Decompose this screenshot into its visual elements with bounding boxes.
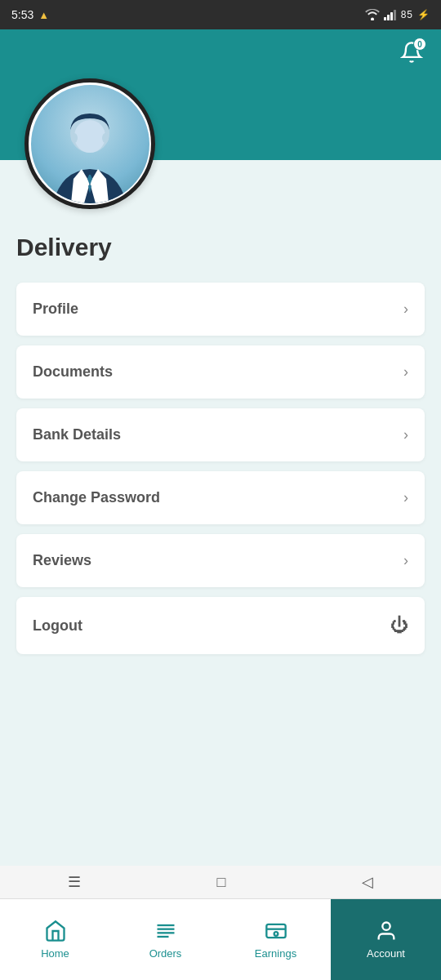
nav-home[interactable]: Home [0, 899, 110, 980]
change-password-label: Change Password [33, 489, 160, 506]
svg-point-7 [102, 133, 109, 143]
svg-rect-1 [387, 15, 390, 20]
nav-earnings[interactable]: Earnings [220, 899, 331, 980]
header-band: 0 [0, 29, 441, 160]
earnings-nav-label: Earnings [255, 947, 296, 960]
profile-chevron-icon: › [403, 301, 408, 318]
status-left: 5:53 ▲ [11, 8, 49, 21]
avatar [24, 78, 155, 209]
svg-point-5 [74, 120, 105, 153]
time: 5:53 [11, 8, 33, 21]
status-bar: 5:53 ▲ 85 ⚡ [0, 0, 441, 29]
reviews-label: Reviews [33, 552, 91, 569]
avatar-image [37, 97, 143, 203]
documents-label: Documents [33, 363, 113, 381]
svg-point-14 [382, 923, 390, 930]
profile-label: Profile [33, 301, 78, 318]
menu-item-logout[interactable]: Logout ⏻ [16, 597, 425, 654]
svg-point-13 [274, 932, 278, 936]
menu-item-documents[interactable]: Documents › [16, 345, 425, 399]
home-button[interactable]: □ [217, 874, 226, 891]
status-right: 85 ⚡ [365, 9, 430, 20]
earnings-nav-icon [265, 920, 287, 942]
signal-icon [384, 9, 397, 20]
home-nav-label: Home [41, 947, 69, 960]
bank-details-chevron-icon: › [403, 426, 408, 443]
notification-button[interactable]: 0 [397, 38, 426, 67]
menu-item-bank-details[interactable]: Bank Details › [16, 408, 425, 461]
bank-details-label: Bank Details [33, 426, 121, 443]
hamburger-button[interactable]: ☰ [68, 873, 81, 891]
system-nav: ☰ □ ◁ [0, 866, 441, 898]
account-nav-icon [375, 920, 398, 942]
svg-point-6 [71, 133, 78, 143]
back-button[interactable]: ◁ [362, 873, 373, 891]
menu-item-profile[interactable]: Profile › [16, 283, 425, 336]
reviews-chevron-icon: › [403, 552, 408, 569]
content-area: Delivery Profile › Documents › Bank Deta… [0, 160, 441, 768]
menu-item-reviews[interactable]: Reviews › [16, 534, 425, 587]
logout-label: Logout [33, 617, 82, 635]
power-icon: ⏻ [390, 615, 408, 636]
nav-orders[interactable]: Orders [110, 899, 220, 980]
notification-badge: 0 [413, 38, 426, 51]
menu-item-change-password[interactable]: Change Password › [16, 471, 425, 524]
svg-rect-3 [394, 10, 396, 20]
home-nav-icon [44, 920, 67, 942]
change-password-chevron-icon: › [403, 489, 408, 506]
wifi-icon [365, 9, 380, 20]
user-role-title: Delivery [16, 234, 425, 261]
orders-nav-icon [154, 920, 177, 942]
warning-icon: ▲ [38, 9, 49, 21]
svg-rect-2 [390, 12, 393, 20]
orders-nav-label: Orders [149, 947, 182, 960]
nav-account[interactable]: Account [331, 899, 441, 980]
documents-chevron-icon: › [403, 363, 408, 381]
account-nav-label: Account [367, 947, 405, 960]
bottom-nav: Home Orders Earnings Account [0, 898, 441, 980]
svg-rect-0 [384, 17, 386, 20]
menu-list: Profile › Documents › Bank Details › Cha… [16, 283, 425, 654]
charging-icon: ⚡ [417, 9, 430, 20]
battery-icon: 85 [401, 9, 413, 20]
